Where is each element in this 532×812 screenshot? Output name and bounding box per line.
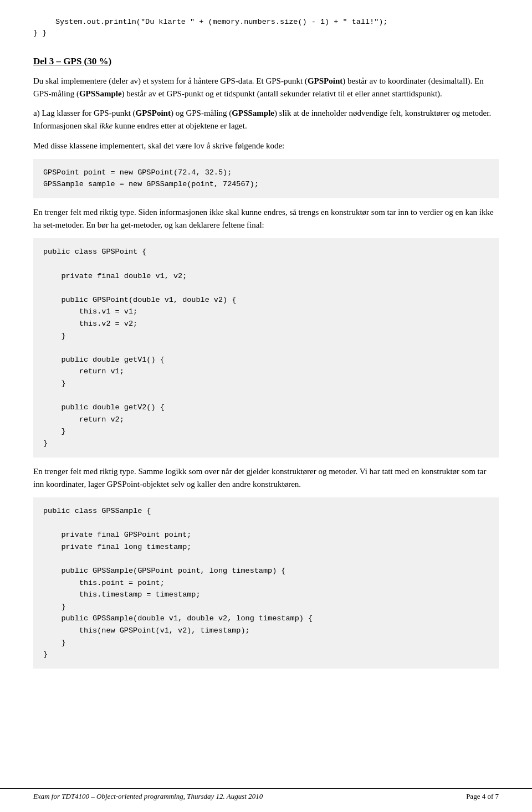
code-line-println: System.out.println("Du klarte " + (memor… [33, 17, 499, 28]
page: System.out.println("Du klarte " + (memor… [0, 0, 532, 812]
gpspoint-code-block: public class GPSPoint { private final do… [33, 238, 499, 457]
med-disse-paragraph: Med disse klassene implementert, skal de… [33, 140, 499, 152]
code-closing-braces: } } [33, 28, 499, 39]
gpssample-code-block: public class GPSSample { private final G… [33, 497, 499, 669]
section-heading: Del 3 – GPS (30 %) [33, 56, 499, 67]
samme-logikk-paragraph: En trenger felt med riktig type. Samme l… [33, 465, 499, 491]
code-top-section: System.out.println("Du klarte " + (memor… [33, 17, 499, 39]
inline-code-example: GPSPoint point = new GPSPoint(72.4, 32.5… [33, 159, 499, 198]
en-trenger-felt-1: En trenger felt med riktig type. Siden i… [33, 206, 499, 232]
task-a-paragraph: a) Lag klasser for GPS-punkt (GPSPoint) … [33, 107, 499, 133]
page-number: Page 4 of 7 [466, 792, 499, 801]
footer-exam-info: Exam for TDT4100 – Object-oriented progr… [33, 792, 263, 801]
page-footer: Exam for TDT4100 – Object-oriented progr… [0, 788, 532, 801]
intro-paragraph: Du skal implementere (deler av) et syste… [33, 75, 499, 101]
